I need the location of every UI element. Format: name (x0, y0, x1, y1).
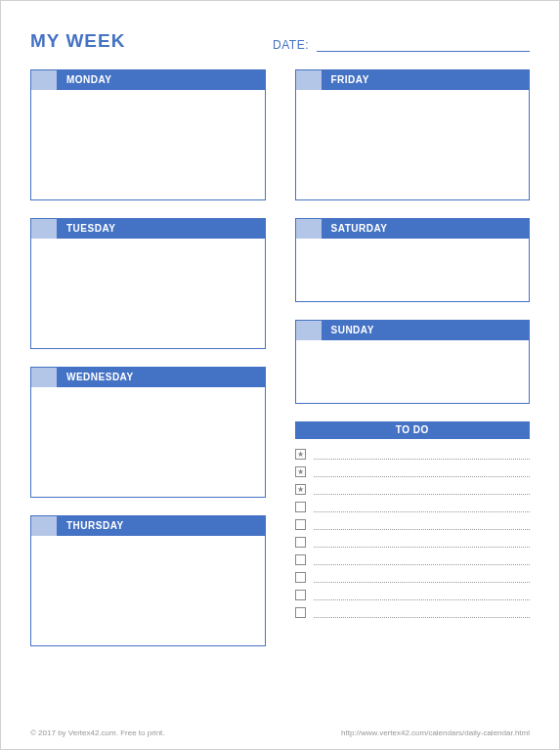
day-block-monday: MONDAY (30, 69, 266, 200)
day-name-wednesday: WEDNESDAY (57, 368, 134, 387)
day-name-saturday: SATURDAY (322, 219, 388, 239)
day-tab (296, 219, 322, 239)
day-name-sunday: SUNDAY (322, 321, 374, 340)
todo-header: TO DO (295, 421, 531, 439)
page-title: MY WEEK (30, 30, 125, 52)
day-tab (296, 321, 322, 340)
checkbox-icon[interactable] (295, 537, 306, 548)
todo-row: ★ (295, 449, 531, 460)
todo-row: ★ (295, 466, 531, 477)
day-body-friday[interactable] (296, 90, 530, 199)
day-name-tuesday: TUESDAY (57, 219, 115, 239)
todo-input-line[interactable] (314, 538, 531, 548)
checkbox-icon[interactable] (295, 590, 306, 600)
day-tab (31, 368, 57, 387)
todo-input-line[interactable] (314, 503, 531, 512)
day-name-thursday: THURSDAY (57, 516, 124, 536)
date-input-line[interactable] (317, 38, 530, 52)
date-label: DATE: (273, 38, 309, 52)
todo-input-line[interactable] (314, 608, 531, 618)
day-block-tuesday: TUESDAY (30, 218, 266, 349)
checkbox-icon[interactable] (295, 554, 306, 565)
day-name-monday: MONDAY (57, 70, 112, 90)
todo-row (295, 502, 531, 512)
footer-copyright: © 2017 by Vertex42.com. Free to print. (30, 728, 165, 737)
day-body-thursday[interactable] (31, 536, 265, 645)
todo-row: ★ (295, 484, 531, 495)
day-tab (296, 70, 322, 90)
day-body-saturday[interactable] (296, 239, 530, 301)
todo-input-line[interactable] (314, 485, 531, 495)
right-column: FRIDAY SATURDAY SUNDAY TO DO (295, 69, 531, 664)
todo-input-line[interactable] (314, 555, 531, 565)
footer: © 2017 by Vertex42.com. Free to print. h… (30, 728, 530, 737)
day-tab (31, 70, 57, 90)
day-block-saturday: SATURDAY (295, 218, 531, 302)
todo-block: TO DO ★ ★ ★ (295, 421, 531, 625)
day-name-friday: FRIDAY (322, 70, 369, 90)
day-block-wednesday: WEDNESDAY (30, 367, 266, 498)
day-tab (31, 219, 57, 239)
day-block-thursday: THURSDAY (30, 515, 266, 646)
todo-input-line[interactable] (314, 591, 531, 600)
todo-input-line[interactable] (314, 467, 531, 477)
todo-row (295, 537, 531, 548)
todo-input-line[interactable] (314, 450, 531, 460)
day-block-friday: FRIDAY (295, 69, 531, 200)
day-body-tuesday[interactable] (31, 239, 265, 348)
todo-row (295, 572, 531, 583)
star-icon[interactable]: ★ (295, 484, 306, 495)
checkbox-icon[interactable] (295, 607, 306, 618)
todo-row (295, 554, 531, 565)
todo-row (295, 519, 531, 530)
todo-row (295, 607, 531, 618)
day-block-sunday: SUNDAY (295, 320, 531, 404)
todo-input-line[interactable] (314, 520, 531, 530)
todo-input-line[interactable] (314, 573, 531, 583)
checkbox-icon[interactable] (295, 519, 306, 530)
day-body-monday[interactable] (31, 90, 265, 199)
checkbox-icon[interactable] (295, 502, 306, 512)
header-row: MY WEEK DATE: (30, 30, 530, 52)
todo-row (295, 590, 531, 600)
day-body-sunday[interactable] (296, 340, 530, 403)
left-column: MONDAY TUESDAY WEDNESDAY (30, 69, 266, 664)
footer-url: http://www.vertex42.com/calendars/daily-… (341, 728, 530, 737)
star-icon[interactable]: ★ (295, 449, 306, 460)
checkbox-icon[interactable] (295, 572, 306, 583)
day-body-wednesday[interactable] (31, 387, 265, 497)
day-tab (31, 516, 57, 536)
star-icon[interactable]: ★ (295, 466, 306, 477)
date-group: DATE: (273, 38, 530, 52)
